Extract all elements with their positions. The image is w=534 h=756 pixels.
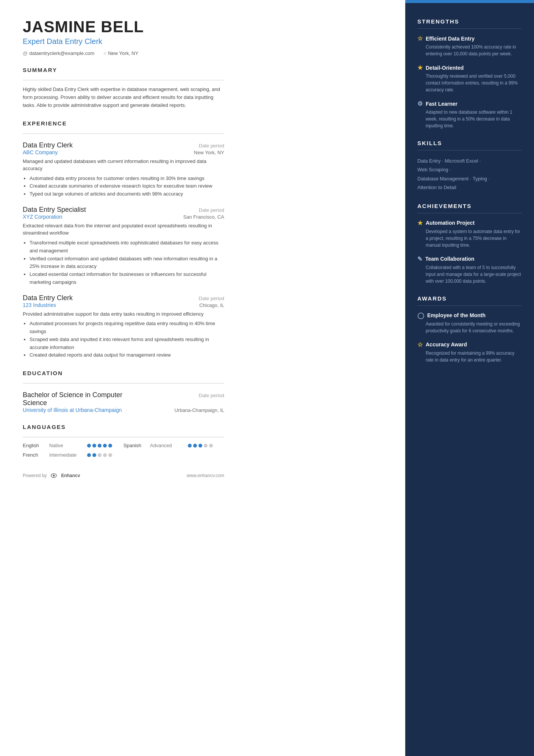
- exp-2-title: Data Entry Specialist: [23, 206, 86, 214]
- lang-spanish-dots: [188, 444, 213, 448]
- footer-website: www.enhancv.com: [187, 473, 224, 478]
- skill-sep-5: ·: [487, 176, 490, 182]
- strength-1-title: ☆ Efficient Data Entry: [417, 35, 522, 42]
- at-icon: @: [23, 50, 28, 56]
- exp-1-location: New York, NY: [194, 150, 224, 155]
- exp-2-date: Date period: [199, 207, 224, 213]
- exp-3-company-row: 123 Industries Chicago, IL: [23, 302, 224, 308]
- exp-1-company-row: ABC Company New York, NY: [23, 149, 224, 155]
- header: JASMINE BELL Expert Data Entry Clerk @ d…: [23, 18, 224, 56]
- exp-item-2: Data Entry Specialist Date period XYZ Co…: [23, 206, 224, 286]
- lang-english: English Native: [23, 443, 123, 448]
- lightbulb-icon: ◯: [417, 312, 424, 319]
- skills-title: SKILLS: [417, 140, 522, 146]
- strength-1-desc: Consistently achieved 100% accuracy rate…: [417, 44, 522, 57]
- awards-divider: [417, 305, 522, 306]
- email-info: @ dataentryclerk@example.com: [23, 50, 94, 56]
- exp-2-desc: Extracted relevant data from the interne…: [23, 222, 224, 237]
- dot: [92, 453, 96, 457]
- dot: [188, 444, 192, 448]
- resume-page: JASMINE BELL Expert Data Entry Clerk @ d…: [0, 0, 534, 756]
- lang-french-name: French: [23, 452, 45, 458]
- experience-title: EXPERIENCE: [23, 120, 224, 127]
- strength-2: ★ Detail-Oriented Thoroughly reviewed an…: [417, 64, 522, 93]
- award-2-desc: Recognized for maintaining a 99% accurac…: [417, 350, 522, 363]
- footer: Powered by Enhancv www.enhancv.com: [23, 473, 224, 478]
- edu-location: Urbana-Champaign, IL: [174, 407, 224, 413]
- skill-sep-3: ·: [448, 167, 451, 172]
- languages-grid: English Native Spanish Advanced: [23, 443, 224, 458]
- dot: [108, 453, 112, 457]
- exp-3-date: Date period: [199, 296, 224, 301]
- exp-1-bullet-3: Typed out large volumes of articles and …: [30, 190, 224, 198]
- brand-name: Enhancv: [61, 473, 80, 478]
- edu-date: Date period: [199, 393, 224, 398]
- achievement-2-desc: Collaborated with a team of 5 to success…: [417, 264, 522, 285]
- exp-1-title: Data Entry Clerk: [23, 141, 73, 149]
- summary-text: Highly skilled Data Entry Clerk with exp…: [23, 86, 224, 109]
- awards-title: AWARDS: [417, 295, 522, 302]
- exp-item-1: Data Entry Clerk Date period ABC Company…: [23, 141, 224, 198]
- exp-1-desc: Managed and updated databases with curre…: [23, 158, 224, 172]
- exp-1-bullet-1: Automated data entry process for custome…: [30, 175, 224, 183]
- award-1-desc: Awarded for consistently meeting or exce…: [417, 321, 522, 334]
- exp-2-bullet-1: Transformed multiple excel spreadsheets …: [30, 239, 224, 255]
- exp-3-desc: Provided administrative support for data…: [23, 310, 224, 318]
- pencil-icon: ✎: [417, 255, 422, 263]
- skill-sep-1: ·: [440, 158, 445, 164]
- exp-2-bullets: Transformed multiple excel spreadsheets …: [23, 239, 224, 286]
- skill-6: Attention to Detail: [417, 185, 456, 190]
- strength-2-desc: Thoroughly reviewed and verified over 5,…: [417, 73, 522, 93]
- award-2: ☆ Accuracy Award Recognized for maintain…: [417, 341, 522, 363]
- exp-2-bullet-2: Verified contact information and updated…: [30, 255, 224, 271]
- strengths-title: STRENGTHS: [417, 18, 522, 25]
- exp-3-title: Data Entry Clerk: [23, 294, 73, 302]
- education-title: EDUCATION: [23, 370, 224, 376]
- education-section: EDUCATION Bachelor of Science in Compute…: [23, 370, 224, 413]
- lang-french-dots: [87, 453, 112, 457]
- languages-divider: [23, 437, 224, 437]
- achievements-divider: [417, 213, 522, 213]
- strengths-section: STRENGTHS ☆ Efficient Data Entry Consist…: [417, 18, 522, 129]
- exp-3-bullet-3: Created detailed reports and data output…: [30, 351, 224, 359]
- location-info: ○ New York, NY: [103, 50, 138, 56]
- lang-english-level: Native: [49, 443, 83, 448]
- summary-section: SUMMARY Highly skilled Data Entry Clerk …: [23, 67, 224, 109]
- skill-5: Typing: [473, 176, 487, 182]
- edu-header: Bachelor of Science in Computer Science …: [23, 391, 224, 407]
- achievement-1: ★ Automation Project Developed a system …: [417, 219, 522, 249]
- dot: [87, 453, 91, 457]
- strength-3-desc: Adapted to new database software within …: [417, 109, 522, 129]
- award-1-title: ◯ Employee of the Month: [417, 312, 522, 319]
- pin-icon: ○: [103, 50, 106, 56]
- powered-by-text: Powered by: [23, 473, 47, 478]
- skills-section: SKILLS Data Entry · Microsoft Excel · We…: [417, 140, 522, 192]
- edu-school: University of Illinois at Urbana-Champai…: [23, 407, 122, 413]
- award-1: ◯ Employee of the Month Awarded for cons…: [417, 312, 522, 334]
- strength-2-title: ★ Detail-Oriented: [417, 64, 522, 71]
- dot: [204, 444, 208, 448]
- exp-2-company: XYZ Corporation: [23, 214, 62, 220]
- dot: [198, 444, 202, 448]
- skills-content: Data Entry · Microsoft Excel · Web Scrap…: [417, 157, 522, 192]
- star-outline-icon-2: ☆: [417, 341, 423, 348]
- achievement-1-desc: Developed a system to automate data entr…: [417, 228, 522, 249]
- strength-3-title: ⚙ Fast Learner: [417, 100, 522, 107]
- exp-3-bullet-1: Automated processes for projects requiri…: [30, 320, 224, 336]
- exp-3-location: Chicago, IL: [199, 302, 224, 308]
- enhancv-logo-icon: [50, 473, 58, 478]
- experience-section: EXPERIENCE Data Entry Clerk Date period …: [23, 120, 224, 360]
- exp-1-bullet-2: Created accurate summaries of extensive …: [30, 182, 224, 190]
- footer-brand: Powered by Enhancv: [23, 473, 80, 478]
- exp-2-header: Data Entry Specialist Date period: [23, 206, 224, 214]
- exp-1-bullets: Automated data entry process for custome…: [23, 175, 224, 198]
- languages-section: LANGUAGES English Native: [23, 424, 224, 458]
- achievements-title: ACHIEVEMENTS: [417, 203, 522, 209]
- exp-2-location: San Francisco, CA: [183, 214, 224, 220]
- accent-bar: [405, 0, 534, 3]
- strength-1: ☆ Efficient Data Entry Consistently achi…: [417, 35, 522, 57]
- skill-2: Microsoft Excel: [445, 158, 478, 164]
- strengths-divider: [417, 28, 522, 29]
- dot: [108, 444, 112, 448]
- summary-divider: [23, 80, 224, 80]
